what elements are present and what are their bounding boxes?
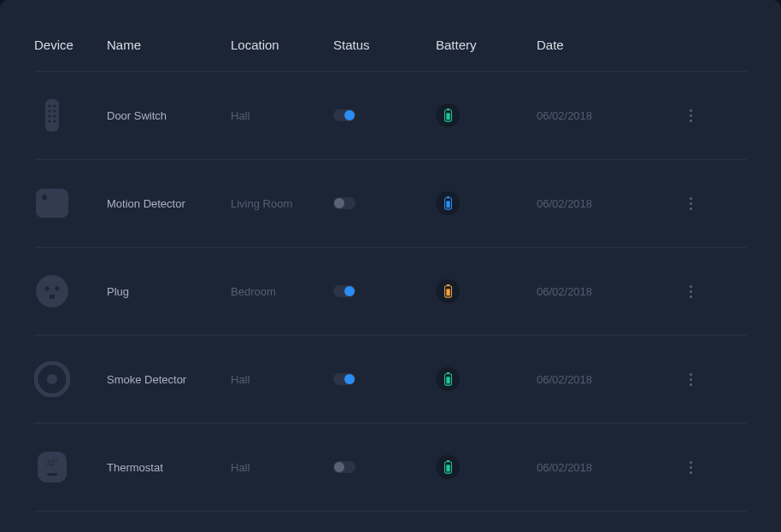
device-location: Hall bbox=[231, 109, 333, 122]
svg-point-7 bbox=[48, 120, 50, 122]
svg-rect-20 bbox=[50, 295, 55, 299]
row-menu-button[interactable] bbox=[673, 197, 708, 210]
svg-rect-29 bbox=[38, 452, 67, 482]
col-location: Location bbox=[231, 38, 333, 52]
col-name: Name bbox=[107, 38, 231, 52]
device-date: 06/02/2018 bbox=[537, 285, 673, 298]
status-cell bbox=[333, 197, 436, 209]
device-date: 06/02/2018 bbox=[537, 373, 673, 386]
status-cell bbox=[333, 285, 436, 297]
row-menu-button[interactable] bbox=[673, 285, 708, 298]
svg-rect-0 bbox=[45, 99, 59, 132]
remote-icon bbox=[34, 97, 70, 133]
row-menu-button[interactable] bbox=[673, 461, 708, 474]
smoke-icon bbox=[34, 361, 70, 397]
col-battery: Battery bbox=[436, 38, 537, 52]
row-menu-button[interactable] bbox=[673, 109, 708, 122]
status-cell bbox=[333, 373, 436, 385]
row-menu-button[interactable] bbox=[673, 373, 708, 386]
status-toggle[interactable] bbox=[333, 197, 355, 209]
battery-cell bbox=[436, 279, 537, 303]
battery-cell bbox=[436, 367, 537, 391]
table-row: Plug Bedroom 06/02/2018 bbox=[34, 247, 747, 335]
svg-text:32°: 32° bbox=[46, 459, 58, 467]
device-date: 06/02/2018 bbox=[537, 197, 673, 210]
svg-point-18 bbox=[45, 287, 50, 291]
device-location: Hall bbox=[231, 461, 333, 474]
svg-point-1 bbox=[48, 104, 50, 107]
table-row: Camera Kitchen 06/02/2018 bbox=[34, 511, 747, 532]
device-name: Smoke Detector bbox=[107, 373, 231, 386]
status-cell bbox=[333, 109, 436, 121]
svg-point-6 bbox=[53, 114, 56, 117]
table-row: 32° Thermostat Hall 06/02/2018 bbox=[34, 423, 747, 511]
device-icon-cell: 32° bbox=[34, 449, 107, 485]
battery-icon bbox=[436, 279, 460, 303]
svg-point-19 bbox=[56, 287, 60, 291]
device-icon-cell bbox=[34, 361, 107, 397]
table-row: Smoke Detector Hall 06/02/2018 bbox=[34, 335, 747, 423]
status-toggle[interactable] bbox=[333, 461, 355, 473]
svg-rect-28 bbox=[446, 377, 449, 383]
more-vertical-icon bbox=[690, 373, 692, 386]
device-name: Thermostat bbox=[107, 461, 231, 474]
col-device: Device bbox=[34, 38, 107, 52]
more-vertical-icon bbox=[690, 285, 692, 298]
device-name: Door Switch bbox=[107, 109, 231, 122]
status-toggle[interactable] bbox=[333, 285, 355, 297]
table-row: Door Switch Hall 06/02/2018 bbox=[34, 71, 747, 159]
svg-rect-34 bbox=[446, 465, 449, 471]
svg-rect-23 bbox=[446, 289, 449, 295]
status-toggle[interactable] bbox=[333, 373, 355, 385]
device-name: Motion Detector bbox=[107, 197, 231, 210]
table-row: Motion Detector Living Room 06/02/2018 bbox=[34, 159, 747, 247]
more-vertical-icon bbox=[690, 197, 692, 210]
svg-point-4 bbox=[53, 109, 56, 112]
status-cell bbox=[333, 461, 436, 473]
device-icon-cell bbox=[34, 185, 107, 221]
svg-point-8 bbox=[53, 120, 56, 122]
device-location: Hall bbox=[231, 373, 333, 386]
battery-cell bbox=[436, 191, 537, 215]
device-name: Plug bbox=[107, 285, 231, 298]
thermostat-icon: 32° bbox=[34, 449, 70, 485]
battery-icon bbox=[436, 191, 460, 215]
device-location: Bedroom bbox=[231, 285, 333, 298]
battery-icon bbox=[436, 455, 460, 479]
device-date: 06/02/2018 bbox=[537, 109, 673, 122]
col-date: Date bbox=[537, 38, 673, 52]
more-vertical-icon bbox=[690, 109, 692, 122]
battery-icon bbox=[436, 103, 460, 127]
svg-point-5 bbox=[48, 114, 50, 117]
more-vertical-icon bbox=[690, 461, 692, 474]
device-icon-cell bbox=[34, 273, 107, 309]
svg-point-2 bbox=[53, 104, 56, 107]
svg-rect-31 bbox=[47, 473, 57, 476]
svg-rect-12 bbox=[36, 189, 68, 218]
motion-icon bbox=[34, 185, 70, 221]
plug-icon bbox=[34, 273, 70, 309]
battery-icon bbox=[436, 367, 460, 391]
svg-point-13 bbox=[42, 195, 47, 200]
battery-cell bbox=[436, 455, 537, 479]
table-header: Device Name Location Status Battery Date bbox=[34, 26, 747, 71]
battery-cell bbox=[436, 103, 537, 127]
device-location: Living Room bbox=[231, 197, 333, 210]
svg-rect-11 bbox=[446, 113, 449, 120]
svg-point-3 bbox=[48, 109, 50, 112]
status-toggle[interactable] bbox=[333, 109, 355, 121]
svg-point-17 bbox=[36, 275, 68, 307]
device-date: 06/02/2018 bbox=[537, 461, 673, 474]
device-panel: Device Name Location Status Battery Date… bbox=[0, 0, 781, 532]
col-status: Status bbox=[333, 38, 436, 52]
device-icon-cell bbox=[34, 97, 107, 133]
svg-point-25 bbox=[47, 374, 57, 384]
svg-rect-16 bbox=[446, 201, 449, 208]
